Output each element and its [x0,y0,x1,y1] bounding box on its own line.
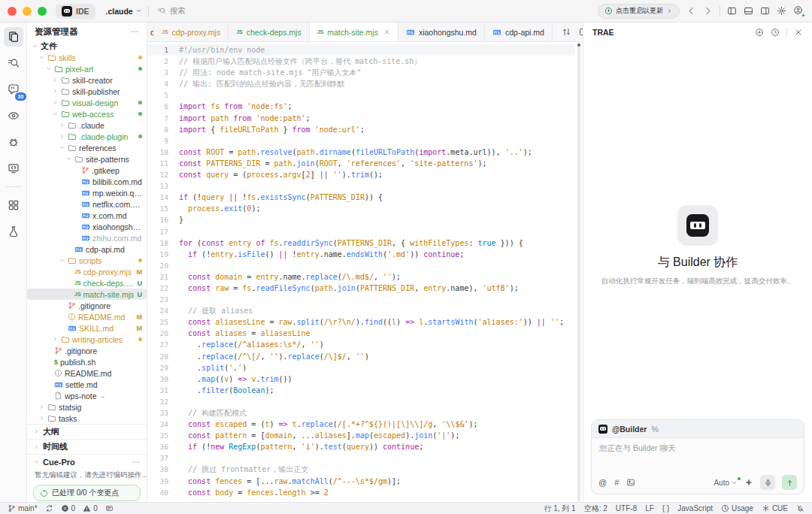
tree-item-skill-creator[interactable]: skill-creator [27,74,147,86]
tree-item-pixel-art[interactable]: pixel-art [27,63,147,74]
status-lf[interactable]: LF [645,504,654,512]
tree-item-cdp-proxy.mjs[interactable]: JScdp-proxy.mjsM [27,266,147,277]
minimize-window-button[interactable] [23,7,32,16]
activity-test[interactable] [4,222,23,241]
close-window-button[interactable] [8,7,17,16]
tree-item-mp.weixin.qq.com.md[interactable]: mp.weixin.qq.com.md [27,187,147,198]
global-search[interactable]: 搜索 [158,6,186,17]
tree-item-visual-design[interactable]: visual-design [27,97,147,108]
toggle-bottom-panel-button[interactable] [744,6,753,16]
status-ports[interactable] [105,504,114,512]
status-cue[interactable]: CUE [762,504,788,512]
history-icon[interactable] [771,28,780,37]
activity-preview[interactable] [4,106,23,125]
account-avatar[interactable] [793,5,804,17]
tree-item-bilibili.com.md[interactable]: bilibili.com.md [27,176,147,187]
new-chat-icon[interactable] [755,28,764,37]
gear-icon[interactable] [777,6,786,16]
activity-extensions[interactable] [4,195,23,215]
project-selector[interactable]: .claude [106,7,142,16]
more-actions-icon[interactable] [130,27,139,36]
activity-search[interactable] [4,53,23,73]
timeline-section[interactable]: 时间线 [27,439,147,454]
restart-update-button[interactable]: 点击重启以更新 [598,4,680,19]
tab-label: check-deps.mjs [247,28,301,37]
mode-selector[interactable]: Auto [714,479,738,487]
outline-section[interactable]: 大纲 [27,424,147,439]
tree-item-.gitignore[interactable]: .gitignore [27,345,147,356]
tab-cdp-api.md[interactable]: cdp-api.md [485,23,553,41]
tree-item-web-access[interactable]: web-access [27,108,147,119]
tree-item-README.md[interactable]: README.mdM [27,311,147,322]
status-javascript[interactable]: JavaScript [677,504,713,512]
back-button[interactable] [686,6,696,16]
cuepro-section[interactable]: Cue-Pro [27,454,147,469]
status-sync[interactable] [45,504,53,512]
tree-item-.claude-plugin[interactable]: .claude-plugin [27,131,147,142]
tab-cdp-proxy.mjs[interactable]: JScdp-proxy.mjs [154,23,229,41]
tree-item-cdp-api.md[interactable]: cdp-api.md [27,243,147,255]
sparkle-icon[interactable] [744,478,753,487]
forward-button[interactable] [703,6,713,16]
tree-item-wps-note[interactable]: wps-note→ [27,390,147,401]
activity-chat[interactable]: 30 [4,80,23,99]
chat-context-bar[interactable]: @Builder % [592,420,804,438]
editor-scrollbar[interactable] [577,42,580,502]
tree-item-writing-articles[interactable]: writing-articles [27,334,147,345]
status--[interactable]: { } [662,504,669,512]
tree-item-skill-publisher[interactable]: skill-publisher [27,86,147,97]
tree-item-statsig[interactable]: statsig [27,401,147,413]
cuepro-status-pill[interactable]: 已处理 0/0 个变更点 [33,485,141,501]
tree-item-xiaohongshu.md[interactable]: xiaohongshu.md [27,221,147,232]
zoom-window-button[interactable] [38,7,47,16]
tree-item-SKILL.md[interactable]: SKILL.mdM [27,322,147,334]
tree-item-netflix.com.md[interactable]: netflix.com.md [27,198,147,210]
tree-item-zhihu.com.md[interactable]: zhihu.com.md [27,232,147,243]
send-button[interactable] [782,475,797,490]
app-badge[interactable]: IDE [56,4,95,19]
tree-item-label: wps-note [65,392,97,401]
status-0[interactable]: 0 [61,504,76,512]
tree-item-.gitkeep[interactable]: .gitkeep [27,165,147,176]
tab-match-site.mjs[interactable]: JSmatch-site.mjs [310,23,398,41]
status-usage[interactable]: Usage [721,504,753,512]
status-0[interactable]: 0 [83,504,98,512]
tree-item-match-site.mjs[interactable]: JSmatch-site.mjsU [27,289,147,300]
code-editor[interactable]: 1#!/usr/bin/env node2// 根据用户输入匹配站点经验文件（跨… [147,42,583,502]
activity-remote-preview[interactable] [4,159,23,178]
status--2[interactable]: 空格: 2 [584,503,607,514]
status-main-[interactable]: main* [8,504,38,512]
image-icon[interactable] [626,478,635,487]
close-panel-icon[interactable] [794,28,803,37]
tree-item-site-patterns[interactable]: site-patterns [27,153,147,165]
tree-item-skills[interactable]: skills [27,52,147,63]
tab-xiaohongshu.md[interactable]: xiaohongshu.md [398,23,485,41]
activity-debug[interactable] [4,132,23,152]
chat-input[interactable]: 您正在与 Builder 聊天 [592,438,804,471]
tree-item-check-deps.mjs[interactable]: JScheck-deps.mjsU [27,277,147,289]
tree-item-scripts[interactable]: scripts [27,255,147,266]
toggle-left-panel-button[interactable] [727,6,737,16]
mic-button[interactable] [760,475,775,490]
more-actions-icon[interactable] [132,458,141,467]
tab-check-deps.mjs[interactable]: JScheck-deps.mjs [229,23,310,41]
tree-item-tasks[interactable]: tasks [27,413,147,424]
tree-item-README.md[interactable]: README.md [27,367,147,379]
tree-item-references[interactable]: references [27,142,147,153]
close-tab-icon[interactable] [383,29,390,35]
tree-item-settle.md[interactable]: settle.md [27,379,147,390]
tree-item-publish.sh[interactable]: $publish.sh [27,356,147,367]
context-tag-button[interactable]: # [614,478,619,487]
activity-explorer[interactable] [4,27,23,47]
open-changes-icon[interactable] [562,27,571,37]
mention-button[interactable]: @ [598,478,607,487]
tree-item-.claude[interactable]: .claude [27,119,147,131]
status-bellOff[interactable] [796,504,804,512]
tree-item-x.com.md[interactable]: x.com.md [27,210,147,221]
status-utf-8[interactable]: UTF-8 [616,504,637,512]
tree-item-.gitignore[interactable]: .gitignore [27,300,147,311]
status--1-1[interactable]: 行 1, 列 1 [544,503,575,514]
tab-d[interactable]: d [147,23,154,41]
toggle-right-panel-button[interactable] [760,6,770,16]
tree-item-文件[interactable]: 文件 [27,41,147,52]
